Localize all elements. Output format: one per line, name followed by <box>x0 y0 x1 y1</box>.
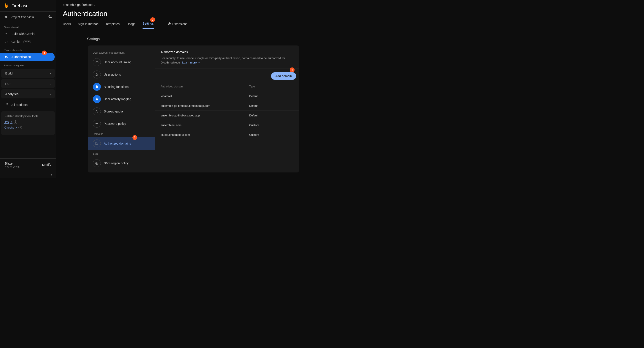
type-cell: Default <box>249 94 293 98</box>
puzzle-icon <box>168 22 171 26</box>
chevron-down-icon <box>50 92 51 96</box>
svg-point-11 <box>96 74 97 74</box>
sidebar-item-run[interactable]: Run <box>1 79 55 88</box>
main-content: ensemble-go-firebase Authentication User… <box>56 0 330 178</box>
table-row[interactable]: ensemble-go-firebase.firebaseapp.com Def… <box>155 101 299 111</box>
tab-usage[interactable]: Usage <box>127 22 136 29</box>
new-badge: NEW <box>23 40 31 43</box>
sn-item-activity[interactable]: User activity logging <box>88 93 155 105</box>
domain-cell: ensemble-go-firebase.firebaseapp.com <box>161 104 249 108</box>
logo-row: Firebase <box>0 0 56 12</box>
table-row[interactable]: ensemble-go-firebase.web.app Default <box>155 111 299 120</box>
lock-icon <box>93 83 101 91</box>
item-label: Authentication <box>12 55 31 59</box>
type-cell: Default <box>249 104 293 108</box>
settings-body: Authorized domains For security, to use … <box>155 46 299 172</box>
settings-panel: User account management User account lin… <box>88 46 299 172</box>
tab-separator <box>161 23 161 28</box>
help-icon[interactable]: ? <box>14 120 17 124</box>
sidebar-item-build[interactable]: Build <box>1 69 55 78</box>
domain-cell: ensemble-go-firebase.web.app <box>161 114 249 117</box>
svg-rect-10 <box>7 106 8 106</box>
svg-point-0 <box>5 56 6 57</box>
sn-item-authorized-domains[interactable]: Authorized domains 3 <box>88 137 155 150</box>
section-product-categories: Product categories <box>0 61 56 68</box>
settings-nav: User account management User account lin… <box>88 46 155 172</box>
svg-rect-2 <box>4 103 5 104</box>
firebase-logo-icon <box>4 3 9 9</box>
sn-item-quota[interactable]: Sign-up quota <box>88 105 155 118</box>
section-generative-ai: Generative AI <box>0 23 56 30</box>
gear-icon[interactable] <box>48 15 52 20</box>
sidebar-item-build-gemini[interactable]: ✦ Build with Gemini <box>0 30 56 38</box>
domains-table: Authorized domain Type localhost Default… <box>155 82 299 140</box>
cat-user-mgmt: User account management <box>88 48 155 56</box>
person-plus-icon <box>93 70 101 78</box>
sn-item-blocking[interactable]: Blocking functions <box>88 81 155 93</box>
learn-more-link[interactable]: Learn more ↗ <box>182 61 200 64</box>
svg-rect-9 <box>6 106 6 106</box>
step-badge-1: 1 <box>42 50 47 55</box>
table-row[interactable]: ensembleui.com Custom <box>155 120 299 130</box>
table-row[interactable]: localhost Default <box>155 92 299 101</box>
sidebar-item-analytics[interactable]: Analytics <box>1 90 55 98</box>
tab-settings[interactable]: Settings 2 <box>142 22 154 29</box>
help-icon[interactable]: ? <box>18 126 22 129</box>
sn-item-sms-policy[interactable]: SMS region policy <box>88 157 155 170</box>
external-link-icon: ↗ <box>198 61 200 64</box>
password-icon <box>93 120 101 128</box>
svg-point-15 <box>96 124 97 124</box>
body-title: Authorized domains <box>161 50 293 54</box>
sparkle-icon: ✦ <box>4 32 8 36</box>
tab-templates[interactable]: Templates <box>106 22 120 29</box>
svg-point-1 <box>6 56 8 57</box>
step-badge-3: 3 <box>132 135 137 140</box>
item-label: Run <box>5 82 12 86</box>
chevron-left-icon: ‹ <box>51 173 52 176</box>
external-link-icon: ↗ <box>10 120 12 124</box>
svg-point-16 <box>97 124 97 124</box>
sn-item-actions[interactable]: User actions <box>88 68 155 81</box>
person-gear-icon <box>93 108 101 115</box>
link-icon <box>93 58 101 66</box>
svg-point-14 <box>96 124 96 124</box>
plan-name: Blaze <box>5 162 20 165</box>
type-cell: Default <box>249 114 293 117</box>
home-icon <box>4 15 8 20</box>
section-project-shortcuts: Project shortcuts <box>0 46 56 53</box>
idx-link[interactable]: IDX ↗ <box>4 120 12 124</box>
tab-signin[interactable]: Sign-in method <box>78 22 98 29</box>
collapse-sidebar[interactable]: ‹ <box>0 171 56 178</box>
add-domain-button[interactable]: Add domain <box>271 72 296 80</box>
cat-domains: Domains <box>88 130 155 137</box>
svg-rect-5 <box>4 104 5 105</box>
lock-icon <box>93 95 101 103</box>
table-row[interactable]: studio.ensembleui.com Custom <box>155 130 299 140</box>
body-desc: For security, to use Phone, Google or th… <box>161 56 293 64</box>
item-label: Genkit <box>12 40 20 44</box>
settings-heading: Settings <box>87 37 324 41</box>
chevron-down-icon <box>50 72 51 75</box>
project-selector[interactable]: ensemble-go-firebase <box>63 3 324 6</box>
col-type: Type <box>249 85 293 88</box>
modify-button[interactable]: Modify <box>42 163 51 166</box>
svg-point-12 <box>96 110 97 111</box>
item-label: Build with Gemini <box>12 32 35 36</box>
sidebar-item-genkit[interactable]: ⬡ Genkit NEW <box>0 38 56 46</box>
table-head: Authorized domain Type <box>155 82 299 92</box>
checks-link[interactable]: Checks ↗ <box>4 126 17 129</box>
svg-rect-6 <box>6 104 6 105</box>
dev-tools-panel: Related development tools IDX ↗ ? Checks… <box>1 112 55 135</box>
project-overview-row[interactable]: Project Overview <box>0 12 56 23</box>
globe-icon <box>93 159 101 167</box>
sidebar-item-authentication[interactable]: Authentication 1 <box>0 53 55 61</box>
project-overview-label: Project Overview <box>10 16 34 19</box>
sn-item-linking[interactable]: User account linking <box>88 56 155 68</box>
tab-users[interactable]: Users <box>63 22 71 29</box>
brand-label: Firebase <box>12 3 28 8</box>
sidebar-item-all-products[interactable]: All products <box>0 101 56 109</box>
sn-item-password[interactable]: Password policy <box>88 118 155 130</box>
tab-extensions[interactable]: Extensions <box>168 22 187 29</box>
domain-cell: ensembleui.com <box>161 124 249 127</box>
project-name: ensemble-go-firebase <box>63 3 92 6</box>
